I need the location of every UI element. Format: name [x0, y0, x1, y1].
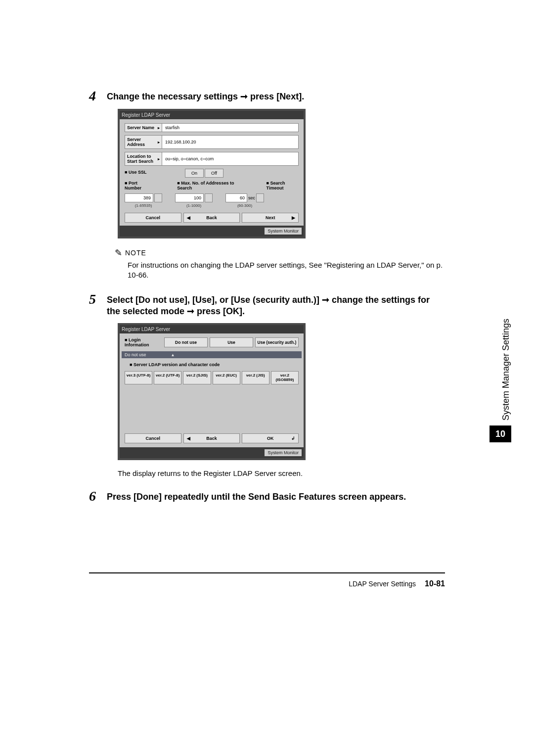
page-content: System Manager Settings 10 4 Change the …: [89, 89, 445, 588]
keypad-icon[interactable]: [154, 193, 162, 202]
step-heading: Press [Done] repeatedly until the Send B…: [107, 489, 406, 503]
location-input[interactable]: ou=sip, o=canon, c=com: [162, 152, 299, 166]
note-header: ✎ NOTE: [115, 247, 445, 258]
ok-button[interactable]: OK↲: [242, 433, 299, 443]
sec-label: sec: [248, 195, 255, 200]
screen-title: Register LDAP Server: [120, 111, 304, 119]
ver3-utf8-button[interactable]: ver.3 (UTF-8): [125, 371, 152, 384]
footer-page: 10-81: [425, 579, 445, 588]
side-tab-label: System Manager Settings: [501, 297, 511, 421]
selection-hint-bar: Do not use▲: [122, 351, 302, 358]
step-6: 6 Press [Done] repeatedly until the Send…: [89, 489, 445, 503]
cancel-button[interactable]: Cancel: [125, 213, 181, 223]
note-label: NOTE: [125, 249, 146, 257]
ssl-off-button[interactable]: Off: [205, 169, 223, 178]
system-monitor-button[interactable]: System Monitor: [265, 228, 302, 235]
use-security-auth-button[interactable]: Use (security auth.): [255, 337, 299, 347]
port-input[interactable]: 389: [125, 193, 153, 202]
max-range: (1-1000): [186, 203, 201, 208]
timeout-input[interactable]: 60: [225, 193, 247, 202]
back-button[interactable]: ◀Back: [183, 433, 240, 443]
ver2-iso8859-button[interactable]: ver.2 (ISO8859): [271, 371, 299, 384]
step-heading: Select [Do not use], [Use], or [Use (sec…: [107, 292, 445, 318]
max-addr-label: ■ Max. No. of Addresses to Search: [177, 180, 240, 192]
footer-rule: [89, 572, 445, 573]
step5-screenshot: Register LDAP Server ■ Login Information…: [118, 323, 445, 460]
server-address-input[interactable]: 192.168.100.20: [162, 135, 299, 149]
ssl-on-button[interactable]: On: [185, 169, 204, 178]
port-label: ■ Port Number: [125, 180, 151, 192]
cancel-button[interactable]: Cancel: [125, 433, 181, 443]
note-body: For instructions on changing the LDAP se…: [128, 260, 445, 281]
login-info-label: ■ Login Information: [125, 337, 162, 347]
step-number: 4: [89, 89, 107, 103]
system-monitor-button[interactable]: System Monitor: [265, 449, 302, 456]
keypad-icon[interactable]: [256, 193, 264, 202]
timeout-label: ■ Search Timeout: [267, 180, 299, 192]
server-name-button[interactable]: Server Name▸: [125, 123, 162, 132]
use-button[interactable]: Use: [210, 337, 253, 347]
step-number: 6: [89, 489, 107, 503]
step-4: 4 Change the necessary settings ➞ press …: [89, 89, 445, 103]
chapter-number: 10: [490, 425, 511, 442]
ver2-euc-button[interactable]: ver.2 (EUC): [213, 371, 240, 384]
screen-title: Register LDAP Server: [120, 325, 304, 333]
max-input[interactable]: 100: [175, 193, 204, 202]
timeout-range: (60-300): [237, 203, 252, 208]
do-not-use-button[interactable]: Do not use: [164, 337, 208, 347]
back-button[interactable]: ◀Back: [183, 213, 240, 223]
page-footer: LDAP Server Settings 10-81: [89, 579, 445, 588]
step-5: 5 Select [Do not use], [Use], or [Use (s…: [89, 292, 445, 318]
use-ssl-label: ■ Use SSL: [125, 169, 184, 177]
step-number: 5: [89, 292, 107, 318]
next-button[interactable]: Next▶: [242, 213, 299, 223]
keypad-icon[interactable]: [205, 193, 213, 202]
return-text: The display returns to the Register LDAP…: [118, 469, 445, 477]
server-name-input[interactable]: starfish: [162, 123, 299, 132]
step4-screenshot: Register LDAP Server Server Name▸ starfi…: [118, 109, 445, 238]
ver2-sjis-button[interactable]: ver.2 (SJIS): [183, 371, 211, 384]
ver2-utf8-button[interactable]: ver.2 (UTF-8): [154, 371, 181, 384]
server-address-button[interactable]: Server Address▸: [125, 135, 162, 149]
footer-section: LDAP Server Settings: [349, 580, 416, 588]
step-heading: Change the necessary settings ➞ press [N…: [107, 89, 304, 103]
location-button[interactable]: Location to Start Search▸: [125, 152, 162, 166]
port-range: (1-65535): [135, 203, 152, 208]
version-heading: ■ Server LDAP version and character code: [130, 362, 299, 367]
pencil-icon: ✎: [115, 247, 122, 258]
ver2-jis-button[interactable]: ver.2 (JIS): [242, 371, 269, 384]
